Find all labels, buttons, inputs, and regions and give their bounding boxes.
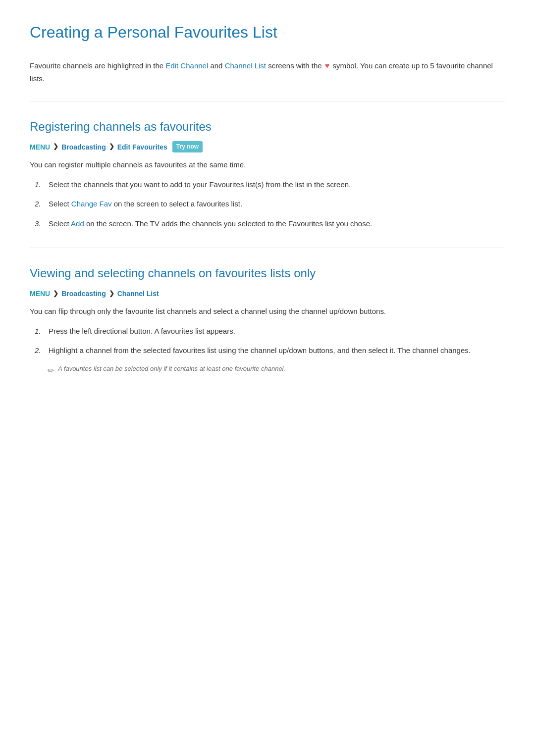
section1-steps-list: 1. Select the channels that you want to … xyxy=(35,178,505,230)
s2-step-2-content: Highlight a channel from the selected fa… xyxy=(49,344,505,357)
section1-menu-label: MENU xyxy=(30,142,50,152)
section1-broadcasting-link[interactable]: Broadcasting xyxy=(61,142,106,152)
step-3-number: 3. xyxy=(35,217,49,230)
note-block: ✏ A favourites list can be selected only… xyxy=(48,364,505,377)
section2-step-1: 1. Press the left directional button. A … xyxy=(35,325,505,338)
note-text: A favourites list can be selected only i… xyxy=(58,364,285,374)
section2-broadcasting-link[interactable]: Broadcasting xyxy=(61,288,106,299)
section2-description: You can flip through only the favourite … xyxy=(30,305,505,318)
change-fav-link[interactable]: Change Fav xyxy=(71,200,112,208)
step-3-text-1: Select xyxy=(49,219,71,228)
intro-text-1: Favourite channels are highlighted in th… xyxy=(30,61,165,70)
section2-chevron-1: ❯ xyxy=(53,289,58,299)
page-title: Creating a Personal Favourites List xyxy=(30,20,505,45)
section2-channel-list-link[interactable]: Channel List xyxy=(117,288,159,299)
section-divider-1 xyxy=(30,101,505,101)
section1-step-1: 1. Select the channels that you want to … xyxy=(35,178,505,191)
section-register-favourites: Registering channels as favourites MENU … xyxy=(30,117,505,230)
intro-paragraph: Favourite channels are highlighted in th… xyxy=(30,59,505,85)
edit-channel-link[interactable]: Edit Channel xyxy=(165,61,208,70)
step-2-number: 2. xyxy=(35,198,49,210)
intro-text-3: screens with the xyxy=(266,61,324,70)
section1-chevron-2: ❯ xyxy=(109,142,114,152)
pencil-icon: ✏ xyxy=(48,364,54,377)
intro-text-2: and xyxy=(208,61,224,70)
step-3-text-2: on the screen. The TV adds the channels … xyxy=(84,219,372,228)
section1-step-3: 3. Select Add on the screen. The TV adds… xyxy=(35,217,505,230)
section1-step-2: 2. Select Change Fav on the screen to se… xyxy=(35,198,505,210)
section1-title: Registering channels as favourites xyxy=(30,117,505,136)
step-1-number: 1. xyxy=(35,178,49,191)
section-divider-2 xyxy=(30,248,505,248)
section2-step-2: 2. Highlight a channel from the selected… xyxy=(35,344,505,357)
section2-chevron-2: ❯ xyxy=(109,289,114,299)
section1-description: You can register multiple channels as fa… xyxy=(30,158,505,171)
step-3-content: Select Add on the screen. The TV adds th… xyxy=(49,217,505,230)
section1-edit-favourites-link[interactable]: Edit Favourites xyxy=(117,142,167,152)
step-2-text-2: on the screen to select a favourites lis… xyxy=(112,200,242,208)
step-2-text-1: Select xyxy=(49,200,71,208)
section1-chevron-1: ❯ xyxy=(53,142,58,152)
step-2-content: Select Change Fav on the screen to selec… xyxy=(49,198,505,210)
s2-step-1-content: Press the left directional button. A fav… xyxy=(49,325,505,338)
channel-list-link[interactable]: Channel List xyxy=(225,61,266,70)
s2-step-2-number: 2. xyxy=(35,344,49,357)
add-link[interactable]: Add xyxy=(71,219,84,228)
heart-icon: ♥ xyxy=(325,59,330,72)
s2-step-1-number: 1. xyxy=(35,325,49,338)
section2-title: Viewing and selecting channels on favour… xyxy=(30,264,505,283)
section2-steps-list: 1. Press the left directional button. A … xyxy=(35,325,505,357)
section-view-favourites: Viewing and selecting channels on favour… xyxy=(30,264,505,377)
section1-breadcrumb: MENU ❯ Broadcasting ❯ Edit Favourites Tr… xyxy=(30,141,505,152)
section2-breadcrumb: MENU ❯ Broadcasting ❯ Channel List xyxy=(30,288,505,299)
section2-menu-label: MENU xyxy=(30,288,50,299)
try-now-badge[interactable]: Try now xyxy=(172,141,203,152)
step-1-content: Select the channels that you want to add… xyxy=(49,178,505,191)
